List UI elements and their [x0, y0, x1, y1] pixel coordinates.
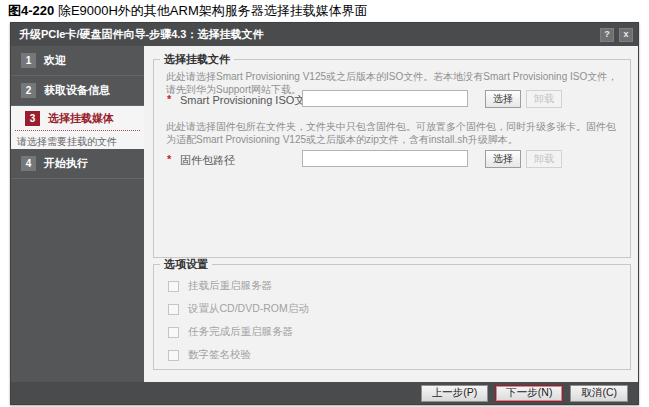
checkbox-icon	[168, 350, 179, 361]
firmware-path-row: * 固件包路径 选择 卸载	[154, 150, 630, 168]
dialog-footer: 上一步(P) 下一步(N) 取消(C)	[11, 382, 638, 404]
active-step-subtitle: 请选择需要挂载的文件	[11, 131, 144, 149]
step-number-badge: 2	[21, 83, 36, 98]
iso-file-label: Smart Provisioning ISO文件	[180, 93, 316, 108]
sidebar-step-device-info[interactable]: 2 获取设备信息	[11, 76, 144, 106]
firmware-path-label: 固件包路径	[180, 153, 235, 168]
previous-button[interactable]: 上一步(P)	[421, 385, 489, 402]
iso-select-button[interactable]: 选择	[485, 90, 521, 108]
step-label: 开始执行	[44, 156, 88, 171]
firmware-hint-text: 此处请选择固件包所在文件夹，文件夹中只包含固件包。可放置多个固件包，同时升级多张…	[166, 120, 620, 146]
active-step-row: 3 选择挂载媒体	[15, 106, 140, 131]
option-boot-from-cd: 设置从CD/DVD-ROM启动	[168, 302, 309, 316]
sidebar-step-execute[interactable]: 4 开始执行	[11, 149, 144, 179]
option-digital-signature: 数字签名校验	[168, 348, 251, 362]
iso-file-input[interactable]	[302, 90, 468, 107]
option-label: 数字签名校验	[188, 348, 251, 362]
required-marker: *	[167, 93, 171, 105]
group-title: 选择挂载文件	[160, 53, 234, 66]
option-label: 挂载后重启服务器	[188, 279, 272, 293]
step-number-badge: 4	[21, 156, 36, 171]
figure-caption: 图4-220 除E9000H外的其他ARM架构服务器选择挂载媒体界面	[8, 2, 368, 20]
options-group: 选项设置 挂载后重启服务器 设置从CD/DVD-ROM启动 任务完成后重启服务器…	[153, 264, 631, 370]
main-content: 选择挂载文件 此处请选择Smart Provisioning V125或之后版本…	[144, 46, 638, 382]
cancel-button[interactable]: 取消(C)	[570, 385, 628, 402]
option-label: 任务完成后重启服务器	[188, 325, 293, 339]
step-number-badge: 1	[21, 53, 36, 68]
figure-number: 图4-220	[8, 3, 54, 18]
group-title: 选项设置	[160, 258, 212, 271]
option-restart-after-mount: 挂载后重启服务器	[168, 279, 272, 293]
figure-title: 除E9000H外的其他ARM架构服务器选择挂载媒体界面	[58, 3, 368, 18]
upgrade-wizard-dialog: 升级PCIe卡/硬盘固件向导-步骤4.3：选择挂载文件 ? x 1 欢迎 2 获…	[10, 22, 639, 405]
checkbox-icon	[168, 281, 179, 292]
iso-file-row: * Smart Provisioning ISO文件 选择 卸载	[154, 90, 630, 108]
select-mount-file-group: 选择挂载文件 此处请选择Smart Provisioning V125或之后版本…	[153, 59, 631, 258]
help-icon[interactable]: ?	[600, 28, 614, 42]
wizard-steps-sidebar: 1 欢迎 2 获取设备信息 3 选择挂载媒体 请选择需要挂载的文件 4 开始执行	[11, 46, 144, 382]
dialog-header: 升级PCIe卡/硬盘固件向导-步骤4.3：选择挂载文件 ? x	[11, 23, 638, 46]
option-restart-after-task: 任务完成后重启服务器	[168, 325, 293, 339]
checkbox-icon	[168, 327, 179, 338]
sidebar-step-welcome[interactable]: 1 欢迎	[11, 46, 144, 76]
firmware-path-input[interactable]	[302, 150, 468, 167]
firmware-select-button[interactable]: 选择	[485, 150, 521, 168]
dialog-title: 升级PCIe卡/硬盘固件向导-步骤4.3：选择挂载文件	[19, 27, 595, 42]
step-label: 欢迎	[44, 53, 66, 68]
checkbox-icon	[168, 304, 179, 315]
step-label: 获取设备信息	[44, 83, 110, 98]
iso-unmount-button-disabled: 卸载	[526, 90, 562, 108]
sidebar-step-select-media-active[interactable]: 3 选择挂载媒体 请选择需要挂载的文件	[11, 106, 144, 149]
required-marker: *	[167, 153, 171, 165]
option-label: 设置从CD/DVD-ROM启动	[188, 302, 309, 316]
close-icon[interactable]: x	[619, 28, 633, 42]
step-number-badge: 3	[25, 111, 40, 126]
next-button[interactable]: 下一步(N)	[495, 385, 563, 402]
step-label: 选择挂载媒体	[48, 111, 114, 126]
firmware-unmount-button-disabled: 卸载	[526, 150, 562, 168]
